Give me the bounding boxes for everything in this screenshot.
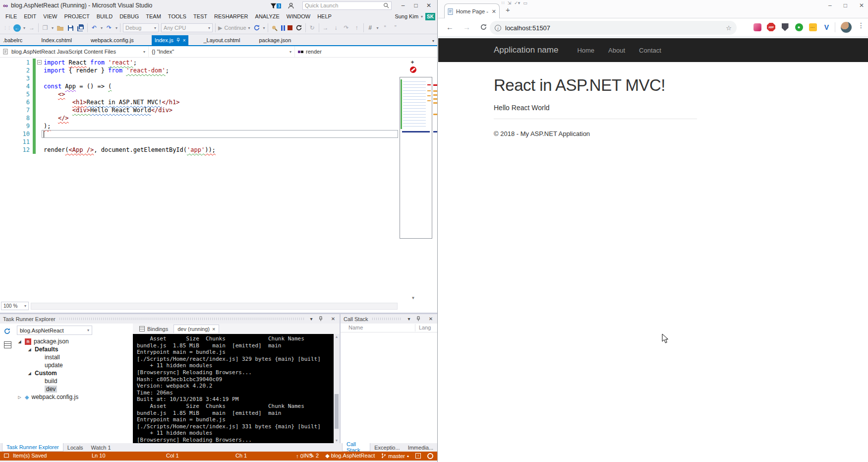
show-next-statement-icon[interactable]: ↻ xyxy=(308,24,316,32)
pin-icon[interactable] xyxy=(176,38,180,43)
browser-close-button[interactable]: ✕ xyxy=(859,2,864,9)
feedback-smiley-icon[interactable] xyxy=(427,453,433,459)
pause-icon[interactable] xyxy=(281,25,285,31)
code-line-5[interactable]: 5 <> xyxy=(0,90,437,98)
menu-test[interactable]: TEST xyxy=(190,12,211,20)
stop-debugging-icon[interactable] xyxy=(288,25,292,30)
code-line-2[interactable]: 2import { render } from 'react-dom'; xyxy=(0,66,437,74)
code-line-10[interactable]: 10 xyxy=(0,130,437,138)
back-icon[interactable]: ← xyxy=(446,23,454,31)
overlay-grid-icon[interactable]: ∷ xyxy=(502,0,505,6)
code-editor[interactable]: 1−import React from 'react';2import { re… xyxy=(0,58,437,313)
save-icon[interactable] xyxy=(66,24,74,32)
tree-item-package-json[interactable]: ◢npackage.json xyxy=(0,337,132,345)
solution-platform-select[interactable]: Any CPU ▾ xyxy=(161,23,213,32)
refresh-icon[interactable] xyxy=(3,328,11,335)
nav-link-contact[interactable]: Contact xyxy=(632,47,668,54)
overlay-confirm-icon[interactable]: ✓▾ xyxy=(514,0,520,6)
code-line-1[interactable]: 1−import React from 'react'; xyxy=(0,59,437,66)
window-position-chevron-icon[interactable]: ▾ xyxy=(308,316,315,322)
browser-tab[interactable]: Home Page - My ASP.NET Applic ✕ xyxy=(444,3,500,19)
code-line-9[interactable]: 9); xyxy=(0,122,437,130)
site-info-icon[interactable]: i xyxy=(495,25,501,31)
tree-item-defaults[interactable]: ◢Defaults xyxy=(0,345,132,353)
menu-file[interactable]: FILE xyxy=(2,12,20,20)
pin-icon[interactable] xyxy=(416,316,423,322)
chevron-down-icon[interactable]: ▾ xyxy=(52,26,54,30)
tree-expander-icon[interactable]: ◢ xyxy=(27,347,32,352)
pin-icon[interactable] xyxy=(319,316,326,322)
menu-window[interactable]: WINDOW xyxy=(283,12,314,20)
doc-tab-babelrc[interactable]: .babelrc xyxy=(2,35,23,45)
close-icon[interactable]: ✕ xyxy=(427,316,434,322)
panel-tab-watch-1[interactable]: Watch 1 xyxy=(87,443,115,452)
tree-item-update[interactable]: update xyxy=(0,361,132,369)
panel-tab-exceptio[interactable]: Exceptio... xyxy=(370,443,404,452)
fold-collapse-icon[interactable]: − xyxy=(37,60,42,65)
task-console[interactable]: Asset Size Chunks Chunk Names bundle.js … xyxy=(133,334,340,443)
browser-minimize-button[interactable]: – xyxy=(828,2,832,9)
column-divider[interactable] xyxy=(415,324,415,331)
tree-expander-icon[interactable]: ◢ xyxy=(27,371,32,376)
adblock-plus-icon[interactable]: ABP xyxy=(766,22,776,32)
chevron-down-icon[interactable]: ▾ xyxy=(377,26,379,30)
step-into-icon[interactable]: ↓ xyxy=(332,24,340,32)
step-up-icon[interactable]: ↑ xyxy=(353,24,361,32)
close-icon[interactable]: × xyxy=(212,326,215,332)
member-dropdown[interactable]: render xyxy=(295,46,437,57)
menu-project[interactable]: PROJECT xyxy=(60,12,93,20)
feedback-icon[interactable] xyxy=(288,2,294,9)
reload-icon[interactable] xyxy=(480,23,487,31)
errors-found-indicator-icon[interactable] xyxy=(410,66,416,73)
pending-edits[interactable]: ✎ 2 xyxy=(310,453,319,459)
shield-extension-icon[interactable] xyxy=(780,22,790,32)
redo-icon[interactable]: ↷ xyxy=(105,24,113,32)
tree-item-webpack-config-js[interactable]: ▷◆webpack.config.js xyxy=(0,393,132,401)
yellow-notes-extension-icon[interactable]: ⋯ xyxy=(808,22,817,32)
task-runner-title-bar[interactable]: Task Runner Explorer ▾ ✕ xyxy=(0,314,340,324)
scroll-marker-bar[interactable] xyxy=(433,58,437,313)
tree-expander-icon[interactable]: ▷ xyxy=(17,395,22,399)
chevron-down-icon[interactable]: ▾ xyxy=(23,26,25,30)
call-stack-title-bar[interactable]: Call Stack ▾ ✕ xyxy=(341,314,437,324)
code-line-11[interactable]: 11 xyxy=(0,138,437,146)
menu-edit[interactable]: EDIT xyxy=(20,12,40,20)
outgoing-commits[interactable]: ↑ 0 xyxy=(296,453,303,459)
window-position-chevron-icon[interactable]: ▾ xyxy=(405,316,412,322)
nav-link-home[interactable]: Home xyxy=(570,47,601,54)
step-over-icon[interactable]: → xyxy=(322,24,330,32)
chevron-down-icon[interactable]: ▾ xyxy=(116,26,117,30)
panel-tab-task-runner-explorer[interactable]: Task Runner Explorer xyxy=(2,443,63,452)
open-folder-icon[interactable] xyxy=(56,24,64,32)
site-brand[interactable]: Application name xyxy=(494,45,558,55)
code-line-7[interactable]: 7 <div>Hello React World</div> xyxy=(0,106,437,114)
tab-list-chevron-icon[interactable]: ▾ xyxy=(432,39,434,43)
forward-icon[interactable]: → xyxy=(463,23,470,31)
tree-item-build[interactable]: build xyxy=(0,377,132,385)
chevron-down-icon[interactable]: ▾ xyxy=(101,26,103,30)
tree-item-install[interactable]: install xyxy=(0,353,132,361)
address-bar[interactable]: i localhost:51507 ☆ xyxy=(490,21,737,35)
code-line-3[interactable]: 3 xyxy=(0,74,437,82)
resharper-icon[interactable]: # xyxy=(366,24,374,32)
chrome-menu-icon[interactable]: ⋮ xyxy=(858,21,865,29)
new-tab-button[interactable]: + xyxy=(506,5,510,14)
new-file-icon[interactable]: ❐ xyxy=(41,24,49,32)
profile-avatar[interactable] xyxy=(841,22,852,33)
restart-icon[interactable] xyxy=(253,24,261,32)
pink-extension-icon[interactable] xyxy=(752,22,762,32)
close-tab-icon[interactable]: ✕ xyxy=(492,8,496,15)
menu-tools[interactable]: TOOLS xyxy=(165,12,190,20)
menu-help[interactable]: HELP xyxy=(314,12,335,20)
tree-expander-icon[interactable]: ◢ xyxy=(17,339,22,344)
type-dropdown[interactable]: {} "Index" ▾ xyxy=(149,46,295,57)
browser-maximize-button[interactable]: □ xyxy=(844,2,847,9)
console-scrollbar[interactable]: ▲ ▼ xyxy=(334,334,340,443)
tree-item-dev[interactable]: dev xyxy=(0,385,132,393)
code-line-8[interactable]: 8 </> xyxy=(0,114,437,122)
panel-tab-call-stack[interactable]: Call Stack xyxy=(342,443,370,452)
tree-item-custom[interactable]: ◢Custom xyxy=(0,369,132,377)
editor-zoom-select[interactable]: 100 % ▾ xyxy=(1,302,29,310)
repository-button[interactable]: ◆ blog.AspNetReact xyxy=(325,453,375,459)
doc-tab-package-json[interactable]: package.json xyxy=(258,35,292,45)
